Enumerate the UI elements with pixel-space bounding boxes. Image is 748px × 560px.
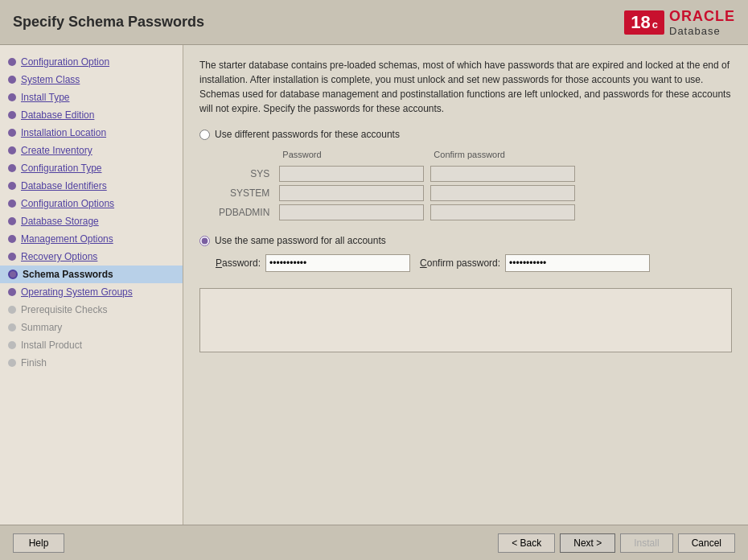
- sidebar-item-database-identifiers[interactable]: Database Identifiers: [0, 177, 183, 195]
- sidebar-item-install-type[interactable]: Install Type: [0, 89, 183, 106]
- password-field-label: Password:: [216, 257, 261, 269]
- password-field-group: Password:: [216, 254, 410, 272]
- same-password-section: Use the same password for all accounts P…: [199, 235, 732, 272]
- sidebar-label-finish: Finish: [21, 357, 47, 369]
- dot-system-class: [8, 76, 16, 84]
- dot-database-edition: [8, 111, 16, 119]
- oracle-word: ORACLE: [669, 8, 735, 25]
- pdbadmin-password-input[interactable]: [279, 204, 424, 220]
- same-password-label: Use the same password for all accounts: [215, 235, 386, 246]
- sidebar-item-database-storage[interactable]: Database Storage: [0, 212, 183, 230]
- dot-database-identifiers: [8, 182, 16, 190]
- sidebar: Configuration Option System Class Instal…: [0, 45, 183, 525]
- sidebar-item-configuration-type[interactable]: Configuration Type: [0, 159, 183, 177]
- sys-password-cell: [276, 164, 427, 183]
- password-label-text: P: [216, 257, 222, 269]
- oracle-logo: 18c ORACLE Database: [624, 8, 735, 37]
- same-confirm-input[interactable]: [505, 254, 650, 272]
- sidebar-label-schema-passwords: Schema Passwords: [23, 269, 113, 280]
- dot-summary: [8, 323, 16, 331]
- system-confirm-cell: [427, 183, 578, 203]
- dot-create-inventory: [8, 146, 16, 154]
- sidebar-item-database-edition[interactable]: Database Edition: [0, 106, 183, 124]
- footer-left: Help: [13, 533, 64, 553]
- sidebar-label-configuration-option: Configuration Option: [21, 56, 109, 68]
- dot-finish: [8, 359, 16, 367]
- sidebar-label-system-class: System Class: [21, 74, 80, 85]
- dot-installation-location: [8, 129, 16, 137]
- sidebar-item-prerequisite-checks: Prerequisite Checks: [0, 301, 183, 319]
- col-password-header: Password: [276, 148, 427, 164]
- sidebar-item-system-class[interactable]: System Class: [0, 71, 183, 89]
- sidebar-label-database-edition: Database Edition: [21, 109, 94, 121]
- sidebar-item-install-product: Install Product: [0, 336, 183, 354]
- credentials-table: Password Confirm password SYS SYSTEM: [216, 148, 578, 222]
- pdbadmin-confirm-input[interactable]: [430, 204, 575, 220]
- dot-management-options: [8, 235, 16, 243]
- sidebar-label-install-type: Install Type: [21, 92, 69, 103]
- different-passwords-radio-label[interactable]: Use different passwords for these accoun…: [199, 129, 732, 140]
- col-account: [216, 148, 276, 164]
- footer-right: < Back Next > Install Cancel: [498, 533, 735, 553]
- pdbadmin-confirm-cell: [427, 203, 578, 222]
- sys-confirm-input[interactable]: [430, 166, 575, 182]
- sidebar-label-install-product: Install Product: [21, 340, 82, 351]
- sidebar-label-database-identifiers: Database Identifiers: [21, 180, 107, 191]
- sys-confirm-cell: [427, 164, 578, 183]
- confirm-field-group: Confirm password:: [420, 254, 650, 272]
- confirm-label-text: C: [420, 257, 427, 269]
- same-password-radio[interactable]: [199, 236, 210, 246]
- version-number: 18: [631, 12, 650, 33]
- col-confirm-header: Confirm password: [427, 148, 578, 164]
- same-password-fields: Password: Confirm password:: [216, 254, 732, 272]
- sidebar-label-installation-location: Installation Location: [21, 127, 106, 138]
- different-passwords-radio[interactable]: [199, 130, 210, 140]
- dot-install-product: [8, 341, 16, 349]
- table-row-sys: SYS: [216, 164, 578, 183]
- back-button[interactable]: < Back: [498, 533, 555, 553]
- dot-database-storage: [8, 217, 16, 225]
- content-area: The starter database contains pre-loaded…: [183, 45, 748, 525]
- sidebar-item-configuration-options[interactable]: Configuration Options: [0, 195, 183, 212]
- sidebar-item-operating-system-groups[interactable]: Operating System Groups: [0, 283, 183, 301]
- sidebar-label-configuration-options: Configuration Options: [21, 198, 114, 209]
- sidebar-item-installation-location[interactable]: Installation Location: [0, 124, 183, 142]
- table-row-system: SYSTEM: [216, 183, 578, 203]
- dot-configuration-type: [8, 164, 16, 172]
- version-superscript: c: [652, 19, 658, 31]
- sidebar-label-create-inventory: Create Inventory: [21, 145, 92, 156]
- dot-recovery-options: [8, 253, 16, 261]
- next-button[interactable]: Next >: [560, 533, 615, 553]
- dot-configuration-options: [8, 200, 16, 208]
- sidebar-item-management-options[interactable]: Management Options: [0, 230, 183, 248]
- sys-password-input[interactable]: [279, 166, 424, 182]
- pdbadmin-password-cell: [276, 203, 427, 222]
- system-password-cell: [276, 183, 427, 203]
- oracle-version-badge: 18c: [624, 10, 664, 35]
- dot-configuration-option: [8, 58, 16, 66]
- pdbadmin-label: PDBADMIN: [216, 203, 276, 222]
- sidebar-item-create-inventory[interactable]: Create Inventory: [0, 142, 183, 159]
- sidebar-label-prerequisite-checks: Prerequisite Checks: [21, 304, 107, 315]
- sidebar-item-configuration-option[interactable]: Configuration Option: [0, 53, 183, 71]
- sidebar-item-recovery-options[interactable]: Recovery Options: [0, 248, 183, 266]
- sidebar-label-recovery-options: Recovery Options: [21, 251, 97, 262]
- sidebar-label-management-options: Management Options: [21, 233, 113, 245]
- same-password-radio-label[interactable]: Use the same password for all accounts: [199, 235, 732, 246]
- sidebar-item-finish: Finish: [0, 354, 183, 372]
- install-button[interactable]: Install: [620, 533, 672, 553]
- dot-prerequisite-checks: [8, 306, 16, 314]
- same-password-input[interactable]: [265, 254, 410, 272]
- header: Specify Schema Passwords 18c ORACLE Data…: [0, 0, 748, 45]
- cancel-button[interactable]: Cancel: [678, 533, 735, 553]
- sys-label: SYS: [216, 164, 276, 183]
- system-password-input[interactable]: [279, 185, 424, 201]
- sidebar-item-schema-passwords[interactable]: Schema Passwords: [0, 266, 183, 283]
- confirm-field-label: Confirm password:: [420, 257, 500, 269]
- different-passwords-table: Password Confirm password SYS SYSTEM: [216, 148, 732, 222]
- different-passwords-section: Use different passwords for these accoun…: [199, 129, 732, 222]
- system-confirm-input[interactable]: [430, 185, 575, 201]
- help-button[interactable]: Help: [13, 533, 64, 553]
- message-box: [199, 288, 732, 352]
- description-text: The starter database contains pre-loaded…: [199, 58, 732, 116]
